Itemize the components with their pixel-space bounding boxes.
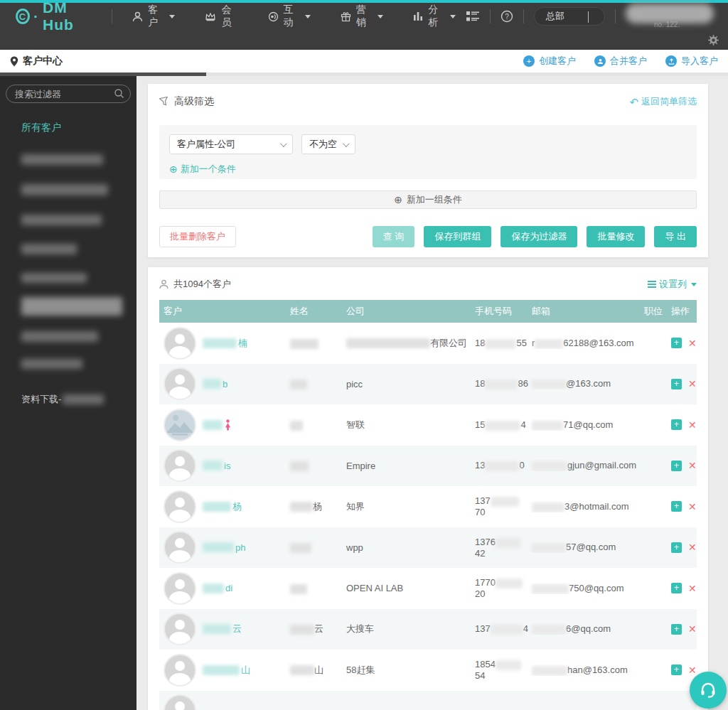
- customer-name[interactable]: [203, 419, 232, 431]
- customer-name[interactable]: 楠: [203, 337, 247, 350]
- sidebar-item-redacted[interactable]: [21, 331, 98, 342]
- avatar: [164, 490, 196, 523]
- table-row[interactable]: 云 云 大搜车 1374 6@qq.com + ✕: [159, 609, 697, 650]
- filter-condition-group: 客户属性-公司 不为空 ⊕ 新加一个条件: [159, 125, 697, 179]
- customer-name[interactable]: ph: [203, 542, 245, 553]
- location-pin-icon: [10, 56, 18, 67]
- add-condition-link[interactable]: ⊕ 新加一个条件: [169, 163, 236, 176]
- remove-row-button[interactable]: ✕: [688, 461, 697, 470]
- add-to-group-button[interactable]: +: [671, 338, 682, 348]
- remove-row-button[interactable]: ✕: [688, 665, 697, 675]
- table-row[interactable]: b picc 1886 @163.com + ✕: [159, 364, 697, 405]
- remove-row-button[interactable]: ✕: [688, 338, 697, 348]
- customer-name[interactable]: is: [203, 461, 230, 471]
- app-logo[interactable]: C · DM Hub: [0, 0, 112, 33]
- import-customer-button[interactable]: 导入客户: [665, 55, 718, 68]
- nav-label: 客户: [148, 4, 163, 29]
- sidebar-item-redacted[interactable]: [21, 184, 108, 195]
- logo-mark-icon: C: [16, 9, 30, 24]
- remove-row-button[interactable]: ✕: [688, 583, 697, 593]
- sidebar-item-redacted[interactable]: [21, 297, 122, 316]
- cell-company: Empire: [343, 461, 472, 471]
- nav-item-marketing[interactable]: 营销: [331, 4, 393, 29]
- sidebar-item-redacted[interactable]: [21, 215, 102, 225]
- cell-email: r62188@163.com: [529, 338, 638, 349]
- batch-edit-button[interactable]: 批量修改: [587, 226, 645, 247]
- set-columns-button[interactable]: 设置列: [648, 278, 697, 291]
- sidebar-item-redacted[interactable]: [21, 154, 103, 165]
- cell-email: @163.com: [529, 378, 638, 389]
- cell-phone: 130: [472, 460, 529, 471]
- gift-icon: [341, 11, 351, 22]
- table-row[interactable]: 智联 154 71@qq.com + ✕: [159, 404, 697, 446]
- add-to-group-button[interactable]: +: [671, 379, 682, 389]
- search-icon: [114, 88, 124, 99]
- add-to-group-button[interactable]: +: [671, 665, 682, 675]
- page-title: 客户中心: [23, 55, 63, 68]
- query-button[interactable]: 查 询: [373, 226, 415, 247]
- nav-item-engagement[interactable]: 互动: [258, 4, 321, 29]
- sidebar-item-all-customers[interactable]: 所有客户: [21, 122, 136, 134]
- add-to-group-button[interactable]: +: [671, 583, 682, 593]
- task-list-icon[interactable]: [466, 10, 480, 23]
- customer-name[interactable]: 云: [203, 623, 242, 635]
- remove-row-button[interactable]: ✕: [688, 542, 697, 552]
- nav-item-members[interactable]: 会员: [195, 4, 247, 29]
- save-to-group-button[interactable]: 保存到群组: [424, 226, 491, 247]
- search-input[interactable]: [6, 85, 131, 103]
- sidebar-item-redacted[interactable]: [21, 273, 87, 283]
- add-to-group-button[interactable]: +: [671, 624, 682, 635]
- remove-row-button[interactable]: ✕: [688, 624, 697, 634]
- user-menu[interactable]: no. 122.: [626, 2, 718, 31]
- table-row[interactable]: is Empire 130 gjun@gmail.com + ✕: [159, 446, 697, 487]
- org-selector[interactable]: 总部: [534, 7, 605, 26]
- user-avatar: [626, 4, 714, 23]
- sidebar-item-download[interactable]: 资料下载-: [21, 393, 136, 406]
- customer-name[interactable]: 山: [203, 664, 250, 677]
- avatar: [164, 654, 196, 687]
- table-row[interactable]: 山 山 58赶集 185454 han@163.com + ✕: [159, 650, 697, 691]
- help-icon[interactable]: ?: [500, 10, 513, 23]
- add-to-group-button[interactable]: +: [671, 419, 682, 430]
- crown-icon: [205, 11, 216, 21]
- table-row[interactable]: ph wpp 137642 57@qq.com + ✕: [159, 527, 697, 569]
- cell-phone: 177020: [472, 577, 529, 599]
- customer-name[interactable]: di: [203, 583, 232, 593]
- filters-sidebar: 所有客户 资料下载-: [0, 76, 136, 710]
- cell-email: 71@qq.com: [529, 419, 638, 431]
- nav-item-customers[interactable]: 客户: [122, 4, 185, 29]
- remove-row-button[interactable]: ✕: [688, 502, 697, 512]
- field-select[interactable]: 客户属性-公司: [169, 134, 293, 154]
- table-row[interactable]: 楠 有限公司 1855 r62188@163.com + ✕: [159, 323, 697, 364]
- remove-row-button[interactable]: ✕: [688, 420, 697, 430]
- cell-phone: 1886: [472, 378, 529, 389]
- merge-customer-button[interactable]: 合并客户: [594, 55, 647, 68]
- batch-delete-button[interactable]: 批量删除客户: [159, 226, 236, 247]
- add-condition-group-button[interactable]: ⊕ 新加一组条件: [159, 190, 697, 209]
- table-row[interactable]: 杨 杨 知界 13770 3@hotmail.com + ✕: [159, 486, 697, 527]
- create-customer-button[interactable]: + 创建客户: [523, 55, 576, 68]
- customer-name[interactable]: b: [203, 379, 228, 389]
- remove-row-button[interactable]: ✕: [688, 379, 697, 389]
- customer-name[interactable]: 杨: [203, 500, 242, 513]
- table-row[interactable]: di OPEN AI LAB 177020 750@qq.com + ✕: [159, 568, 697, 609]
- add-to-group-button[interactable]: +: [671, 501, 682, 512]
- funnel-icon: [159, 97, 169, 107]
- cell-email: gjun@gmail.com: [529, 460, 638, 471]
- add-to-group-button[interactable]: +: [671, 461, 682, 471]
- avatar: [164, 449, 196, 482]
- add-to-group-button[interactable]: +: [671, 542, 682, 553]
- sidebar-item-redacted[interactable]: [21, 244, 77, 254]
- support-chat-button[interactable]: [690, 672, 727, 709]
- export-button[interactable]: 导 出: [654, 226, 697, 247]
- back-to-simple-filter-link[interactable]: ↶ 返回简单筛选: [629, 95, 697, 108]
- nav-item-analytics[interactable]: 分析: [403, 4, 466, 29]
- gear-icon[interactable]: [707, 34, 719, 46]
- table-row-partial[interactable]: [159, 691, 697, 710]
- headset-icon: [699, 681, 717, 699]
- plus-circle-icon: ⊕: [394, 195, 402, 205]
- cell-phone: 137642: [472, 537, 529, 559]
- sidebar-item-redacted[interactable]: [21, 359, 82, 369]
- save-as-filter-button[interactable]: 保存为过滤器: [500, 226, 577, 247]
- operator-select[interactable]: 不为空: [301, 134, 355, 154]
